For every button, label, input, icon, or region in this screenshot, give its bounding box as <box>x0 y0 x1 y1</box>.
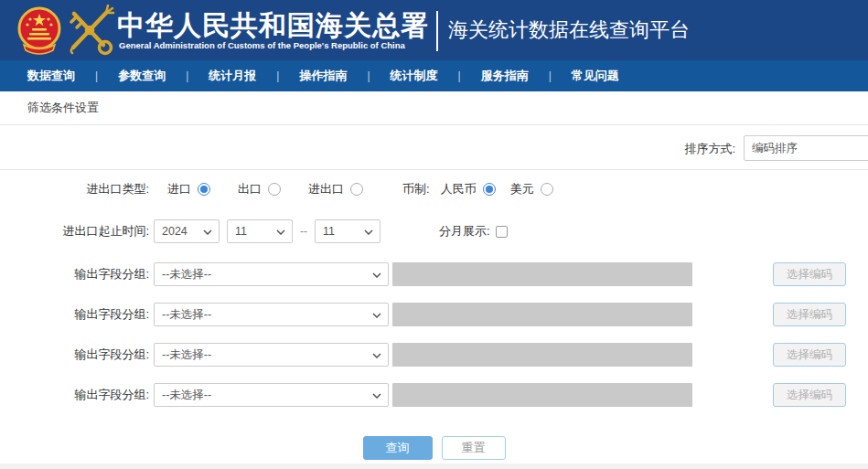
output-group-value: --未选择-- <box>162 308 211 321</box>
monthly-display-checkbox[interactable] <box>496 226 508 238</box>
sort-select[interactable]: 编码排序 <box>744 135 868 161</box>
monthly-display-label: 分月展示: <box>439 223 490 240</box>
year-select[interactable]: 2024 <box>154 219 220 243</box>
radio-rmb-circle[interactable] <box>483 183 496 196</box>
output-group-select-1[interactable]: --未选择-- <box>154 262 389 286</box>
nav-item-faq[interactable]: 常见问题 <box>572 68 619 84</box>
org-name-cn: 中华人民共和国海关总署 <box>117 7 429 45</box>
output-group-codes-input-1 <box>392 262 692 286</box>
nav-item-monthly-report[interactable]: 统计月报 <box>209 68 256 84</box>
output-group-row-4: 输出字段分组: --未选择-- 选择编码 <box>0 383 868 409</box>
nav-separator: | <box>549 69 552 82</box>
output-group-row-2: 输出字段分组: --未选择-- 选择编码 <box>0 303 868 328</box>
output-group-label: 输出字段分组: <box>0 383 149 407</box>
start-month-select[interactable]: 11 <box>227 219 293 243</box>
radio-usd[interactable]: 美元 <box>510 181 553 197</box>
radio-import-export-label: 进出口 <box>308 181 344 197</box>
footer-strip <box>0 464 868 469</box>
output-group-label: 输出字段分组: <box>0 343 149 367</box>
currency-label: 币制: <box>402 181 430 197</box>
output-group-value: --未选择-- <box>162 389 211 401</box>
radio-import-circle[interactable] <box>198 183 210 196</box>
select-code-button-1[interactable]: 选择编码 <box>773 262 846 286</box>
radio-export-circle[interactable] <box>268 183 281 196</box>
radio-export[interactable]: 出口 <box>238 181 281 197</box>
sort-row: 排序方式: 编码排序 <box>0 126 868 170</box>
radio-usd-circle[interactable] <box>541 183 553 196</box>
output-group-select-2[interactable]: --未选择-- <box>154 303 389 326</box>
output-group-value: --未选择-- <box>162 348 211 361</box>
radio-rmb-label: 人民币 <box>441 181 477 197</box>
trade-type-label: 进出口类型: <box>0 177 149 201</box>
nav-separator: | <box>367 69 370 82</box>
filter-section-header: 筛选条件设置 <box>0 91 868 125</box>
output-group-row-3: 输出字段分组: --未选择-- 选择编码 <box>0 343 868 368</box>
customs-emblem-icon <box>64 5 115 57</box>
section-title: 筛选条件设置 <box>27 100 99 116</box>
radio-import[interactable]: 进口 <box>167 181 210 197</box>
radio-import-label: 进口 <box>167 181 191 197</box>
query-button[interactable]: 查询 <box>363 436 433 460</box>
nav-item-data-query[interactable]: 数据查询 <box>27 68 75 84</box>
date-range-label: 进出口起止时间: <box>0 219 149 243</box>
radio-import-export-circle[interactable] <box>350 183 363 196</box>
output-group-label: 输出字段分组: <box>0 303 149 326</box>
nav-item-param-query[interactable]: 参数查询 <box>118 68 166 84</box>
output-group-label: 输出字段分组: <box>0 262 149 286</box>
output-group-codes-input-4 <box>392 383 692 407</box>
nav-item-statistics-system[interactable]: 统计制度 <box>391 68 438 84</box>
radio-usd-label: 美元 <box>510 181 534 197</box>
output-group-codes-input-2 <box>392 303 692 326</box>
output-group-select-3[interactable]: --未选择-- <box>154 343 389 367</box>
nav-separator: | <box>276 69 279 82</box>
radio-rmb[interactable]: 人民币 <box>441 181 496 197</box>
start-month-value: 11 <box>235 225 247 238</box>
platform-title: 海关统计数据在线查询平台 <box>448 16 690 44</box>
reset-button[interactable]: 重置 <box>442 436 506 460</box>
trade-type-row: 进出口类型: 进口 出口 进出口 币制: 人民币 美元 <box>0 177 868 203</box>
sort-label: 排序方式: <box>684 141 735 157</box>
output-group-codes-input-3 <box>392 343 692 367</box>
nav-item-operation-guide[interactable]: 操作指南 <box>299 68 347 84</box>
date-range-row: 进出口起止时间: 2024 11 -- 11 分月展示: <box>0 219 868 245</box>
nav-item-service-guide[interactable]: 服务指南 <box>481 68 529 84</box>
end-month-select[interactable]: 11 <box>315 219 380 243</box>
main-nav: 数据查询 | 参数查询 | 统计月报 | 操作指南 | 统计制度 | 服务指南 … <box>0 60 868 91</box>
national-emblem-icon <box>16 6 63 55</box>
output-group-select-4[interactable]: --未选择-- <box>154 383 389 407</box>
year-value: 2024 <box>162 225 188 238</box>
output-group-value: --未选择-- <box>162 268 211 281</box>
page: 中华人民共和国海关总署 General Administration of Cu… <box>0 0 868 469</box>
select-code-button-4[interactable]: 选择编码 <box>773 383 846 407</box>
action-bar: 查询 重置 <box>0 436 868 460</box>
nav-separator: | <box>95 69 98 82</box>
date-separator: -- <box>300 225 307 238</box>
select-code-button-3[interactable]: 选择编码 <box>773 343 846 367</box>
radio-export-label: 出口 <box>238 181 262 197</box>
select-code-button-2[interactable]: 选择编码 <box>773 303 846 326</box>
nav-separator: | <box>186 69 188 82</box>
radio-import-export[interactable]: 进出口 <box>308 181 363 197</box>
header-banner: 中华人民共和国海关总署 General Administration of Cu… <box>0 0 868 60</box>
header-divider <box>436 11 438 51</box>
org-name-en: General Administration of Customs of the… <box>119 40 405 50</box>
nav-separator: | <box>458 69 461 82</box>
end-month-value: 11 <box>323 225 335 238</box>
output-group-row-1: 输出字段分组: --未选择-- 选择编码 <box>0 262 868 288</box>
